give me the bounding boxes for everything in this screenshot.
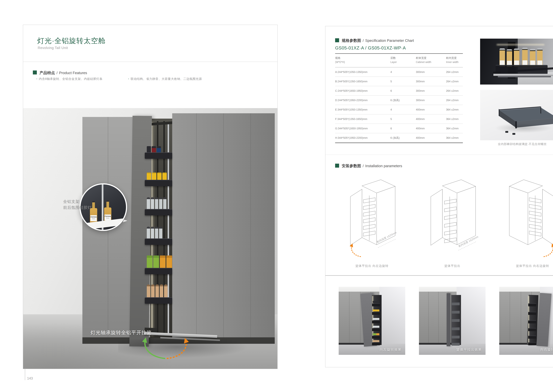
pullout-basket [145, 180, 172, 186]
juice-carton [160, 255, 166, 268]
folio-rule-left [25, 368, 25, 380]
bottle [151, 227, 154, 239]
install-diagram-straight: 柜内深度 ≥520mm [425, 173, 480, 260]
pullout-basket [145, 209, 172, 215]
pullout-basket [145, 152, 172, 159]
bottle [160, 284, 163, 298]
spec-table: 规格 (W*D*H) 层数 Layer 柜体宽度 Cabinet width 柜… [335, 53, 463, 143]
shelf-items-cans [147, 145, 161, 153]
col-header-zh: 层数 [390, 56, 396, 60]
heading-separator: / [363, 164, 364, 168]
bottle [164, 284, 167, 298]
green-arrow [145, 339, 165, 358]
can [147, 146, 151, 153]
install-diagram-right [505, 173, 553, 260]
hero-product-image: Corona Extra Corona Extra [23, 108, 277, 369]
col-header-zh: 规格 [335, 56, 340, 60]
shelf-items-yellow-cans [147, 172, 167, 180]
photo-items [373, 309, 379, 311]
bottle [155, 284, 159, 298]
diagram-caption: 篮体平拉出 向右边旋转 [505, 264, 553, 268]
effect-photo-pull-out: 篮体平拉出效果 [419, 287, 485, 355]
right-page: 规格参数图/Specification Parameter Chart GS05… [325, 26, 553, 367]
photo-wall [419, 292, 456, 344]
spec-heading-en: Specification Parameter Chart [365, 39, 414, 42]
can [157, 146, 161, 153]
callout-line1: 全铝支架 [63, 199, 92, 205]
section-divider [325, 154, 553, 155]
section-marker-icon [335, 164, 339, 168]
model-number: GS05-01XZ·A / GS05-01XZ-WP·A [335, 45, 406, 50]
can [162, 173, 167, 180]
feature-bullet: 内含8轴承旋转、全铝合金支架、内嵌硅胶灯条 [36, 77, 103, 81]
photo-rail [498, 76, 551, 77]
section-marker-icon [33, 70, 37, 74]
pullout-basket [145, 238, 172, 245]
juice-carton [166, 255, 172, 268]
col-header-zh: 柜内宽度 [446, 56, 457, 60]
cabinet-right-panels [172, 113, 275, 337]
photo-items [373, 301, 379, 303]
section-divider [325, 275, 553, 276]
cabinet-line-drawing [505, 173, 553, 260]
spec-table-header: 规格 (W*D*H) 层数 Layer 柜体宽度 Cabinet width 柜… [335, 53, 463, 67]
can [152, 173, 156, 180]
install-heading: 安装参数图/Installation parameters [342, 163, 402, 168]
cabinet-seam [196, 113, 197, 337]
features-heading-en: Product Features [59, 71, 87, 75]
diagram-caption: 篮体平拉出 向左边旋转 [344, 264, 400, 268]
col-header-en: (W*D*H) [335, 61, 345, 64]
table-row: B:244*505*(1350-1650)mm5300mm264 ±2mm [335, 77, 463, 86]
section-marker-icon [335, 38, 339, 42]
pullout-basket [145, 297, 172, 304]
photo-basket [496, 65, 548, 74]
juice-carton [153, 255, 159, 268]
hero-callout-label: 全铝支架 前后氛围硅胶灯 [63, 199, 92, 210]
table-row: E:344*505*(1050-1350)mm4400mm364 ±2mm [335, 105, 463, 114]
features-heading-zh: 产品特点 [40, 70, 55, 75]
photo-items [373, 318, 379, 320]
col-header-zh: 柜体宽度 [416, 56, 427, 60]
table-row: F:344*505*(1350-1650)mm5400mm364 ±2mm [335, 114, 463, 124]
title-divider [23, 62, 277, 62]
can [147, 173, 151, 180]
photo-open-door [447, 293, 450, 346]
bottle [151, 284, 155, 298]
heading-separator: / [363, 39, 364, 42]
diagram-caption: 篮体平拉出 [425, 264, 480, 268]
bottle [155, 227, 158, 239]
photo-bottle [530, 49, 535, 67]
bottle-body: Corona Extra [104, 207, 111, 222]
bottle [147, 197, 150, 209]
col-header-en: Cabinet width [416, 61, 431, 64]
photo-items [373, 326, 379, 328]
callout-line2: 前后氛围硅胶灯 [63, 205, 92, 210]
rotate-right-arrow [544, 245, 553, 257]
page-subtitle: Revolving Tall Unit [38, 46, 68, 50]
cabinet-line-drawing [344, 173, 400, 260]
photo-caption: 向左旋转效果 [380, 347, 401, 352]
table-row: H:344*505*(1950-2200)mm6 (加高)400mm364 ±2… [335, 133, 463, 143]
shelf-items-bottles [147, 197, 166, 209]
table-row: G:344*505*(1650-1950)mm6400mm364 ±2mm [335, 124, 463, 133]
photo-caption: 篮体平拉出效果 [456, 347, 482, 352]
shelf-items-wine [147, 284, 167, 298]
can [157, 173, 162, 180]
glass-basket-caption: 全内部棒卯结构玻璃篮·不见任何螺丝 [480, 142, 553, 146]
rotate-left-arrow [352, 245, 361, 257]
cabinet-seam [223, 113, 224, 337]
bottle-label-text: Corona [90, 216, 97, 218]
bottle-neck [106, 200, 109, 207]
orange-arrow [167, 340, 186, 358]
photo-shadow [495, 123, 552, 133]
effect-photo-rotate-right: 向右旋转效果 [499, 287, 553, 355]
rotation-arrows-graphic [139, 336, 191, 361]
bottle [159, 227, 162, 239]
bottle-label-text: Corona [104, 215, 111, 217]
table-row: A:244*505*(1050-1350)mm4300mm264 ±2mm [335, 67, 463, 77]
cabinet-line-drawing [425, 173, 480, 260]
install-diagram-left: 柜内深度 ≥520mm [344, 173, 400, 260]
photo-light-glow [497, 44, 544, 45]
photo-toe-kick [419, 343, 456, 345]
bottle-neck [92, 201, 95, 208]
